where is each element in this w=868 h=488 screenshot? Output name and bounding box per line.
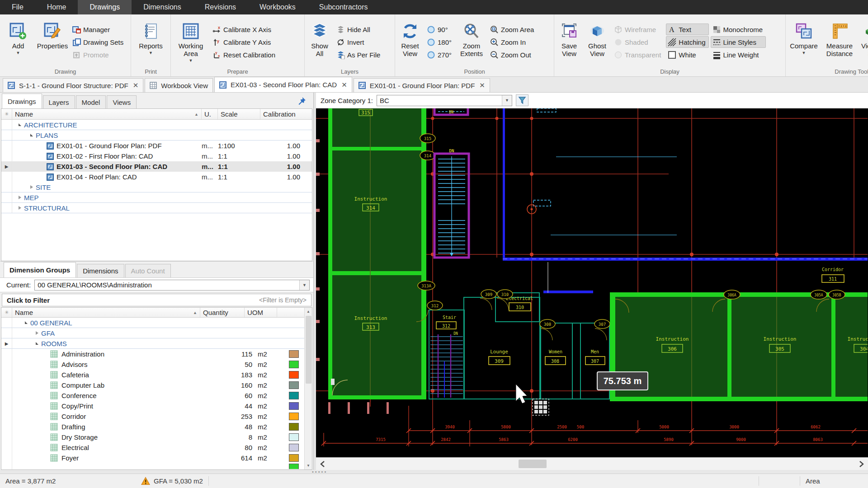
control-column-icon[interactable]: ✳: [1, 308, 12, 317]
combo-caret-icon[interactable]: ▼: [299, 280, 309, 290]
invert-layers-button[interactable]: Invert: [335, 36, 383, 48]
ghost-view-button[interactable]: Ghost View: [584, 19, 610, 66]
tab-dimension-groups[interactable]: Dimension Groups: [4, 262, 76, 277]
color-swatch[interactable]: [289, 381, 299, 389]
wireframe-button[interactable]: Wireframe: [612, 23, 664, 35]
tab-dimensions[interactable]: Dimensions: [77, 264, 124, 277]
collapsed-icon[interactable]: [19, 196, 21, 199]
scroll-thumb[interactable]: [306, 316, 311, 384]
tree-group-structural[interactable]: STRUCTURAL: [1, 203, 312, 213]
close-tab-icon[interactable]: ✕: [479, 81, 485, 89]
zone-room-315[interactable]: [332, 108, 421, 147]
expand-icon[interactable]: [36, 342, 38, 345]
column-quantity[interactable]: Quantity: [200, 308, 245, 317]
color-swatch[interactable]: [289, 433, 299, 441]
collapsed-icon[interactable]: [36, 331, 38, 335]
calibrate-y-button[interactable]: yCalibrate Y Axis: [211, 36, 278, 48]
rotate-270-button[interactable]: 270°: [425, 49, 455, 61]
color-swatch[interactable]: [289, 371, 299, 379]
combo-caret-icon[interactable]: ▼: [502, 95, 512, 106]
close-tab-icon[interactable]: ✕: [341, 81, 347, 89]
zone-filter-button[interactable]: [516, 94, 528, 106]
view-in-3d-button[interactable]: View in 3D: [859, 19, 868, 66]
room-row-computer-lab[interactable]: Computer Lab160m2: [1, 380, 312, 390]
measure-distance-button[interactable]: Measure Distance: [822, 19, 857, 66]
menu-home[interactable]: Home: [35, 0, 78, 14]
scroll-right-icon[interactable]: [855, 458, 868, 470]
rotate-180-button[interactable]: 180°: [425, 36, 455, 48]
color-swatch[interactable]: [289, 392, 299, 399]
add-drawing-button[interactable]: Add ▼: [2, 19, 34, 66]
tab-drawings[interactable]: Drawings: [2, 94, 42, 108]
working-area-button[interactable]: Working Area ▼: [173, 19, 209, 66]
tree-group-mep[interactable]: MEP: [1, 192, 312, 203]
line-styles-toggle-button[interactable]: Line Styles: [711, 36, 766, 48]
compare-button[interactable]: Compare ▼: [788, 19, 820, 66]
doc-tab-ground-floor-structure[interactable]: S-1-1 - Ground Floor Structure: PDF ✕: [3, 78, 143, 92]
room-row-administration[interactable]: Administration115m2: [1, 349, 312, 359]
menu-drawings[interactable]: Drawings: [78, 0, 132, 14]
column-u[interactable]: U.: [202, 109, 218, 119]
room-row-copy-print[interactable]: Copy/Print44m2: [1, 401, 312, 411]
menu-workbooks[interactable]: Workbooks: [248, 0, 307, 14]
reset-view-button[interactable]: Reset View: [397, 19, 423, 66]
manager-button[interactable]: Manager: [71, 23, 127, 35]
hide-all-layers-button[interactable]: Hide All: [335, 23, 383, 35]
scroll-up-icon[interactable]: ▲: [305, 308, 312, 315]
scroll-thumb[interactable]: [519, 460, 547, 468]
tree-group-architecture[interactable]: ARCHITECTURE: [1, 120, 312, 130]
cad-canvas[interactable]: 315 Instruction 314 Instruction 313 315 …: [316, 108, 868, 457]
room-row-corridor[interactable]: Corridor253m2: [1, 411, 312, 422]
color-swatch[interactable]: [289, 361, 299, 368]
monochrome-toggle-button[interactable]: Monochrome: [711, 23, 766, 35]
reports-button[interactable]: Reports ▼: [135, 19, 167, 66]
reset-calibration-button[interactable]: yxReset Calibration: [211, 49, 278, 61]
menu-file[interactable]: File: [0, 0, 35, 14]
zone-room-313[interactable]: [332, 275, 421, 395]
room-row-drafting[interactable]: Drafting48m2: [1, 422, 312, 432]
color-swatch[interactable]: [289, 350, 299, 358]
rooms-vertical-scrollbar[interactable]: ▲ ▼: [304, 308, 312, 469]
color-swatch[interactable]: [289, 444, 299, 451]
doc-tab-ground-floor-plan[interactable]: EX01-01 - Ground Floor Plan: PDF ✕: [354, 78, 490, 92]
doc-tab-second-floor-plan[interactable]: EX01-03 - Second Floor Plan: CAD ✕: [214, 77, 352, 92]
expand-icon[interactable]: [19, 123, 21, 126]
column-calibration[interactable]: Calibration: [260, 109, 312, 119]
column-scale[interactable]: Scale: [218, 109, 260, 119]
room-row-foyer[interactable]: Foyer614m2: [1, 453, 312, 463]
tree-group-plans[interactable]: PLANS: [1, 130, 312, 141]
expand-icon[interactable]: [25, 321, 28, 324]
room-row-advisors[interactable]: Advisors50m2: [1, 359, 312, 370]
zoom-area-button[interactable]: Zoom Area: [488, 23, 537, 35]
rooms-group-gfa[interactable]: GFA: [1, 328, 312, 338]
column-name[interactable]: Name▲: [12, 308, 200, 317]
tab-model[interactable]: Model: [76, 95, 106, 108]
white-toggle-button[interactable]: White: [666, 49, 708, 61]
menu-subcontractors[interactable]: Subcontractors: [307, 0, 380, 14]
column-uom[interactable]: UOM: [245, 308, 277, 317]
tab-auto-count[interactable]: Auto Count: [125, 264, 171, 277]
zoom-extents-button[interactable]: Zoom Extents: [457, 19, 486, 66]
room-row-dry-storage[interactable]: Dry Storage8m2: [1, 432, 312, 442]
promote-button[interactable]: Promote: [71, 49, 127, 61]
hatching-toggle-button[interactable]: Hatching: [666, 36, 708, 48]
room-row-partial[interactable]: [1, 463, 312, 469]
drawing-row-ex01-01[interactable]: EX01-01 - Ground Floor Plan: PDF m... 1:…: [1, 141, 312, 151]
pin-icon[interactable]: [296, 96, 307, 107]
text-toggle-button[interactable]: AText: [666, 23, 708, 35]
filter-bar[interactable]: Click to Filter <Filter is Empty>: [2, 294, 311, 306]
room-lounge-309[interactable]: [464, 297, 540, 399]
collapsed-icon[interactable]: [30, 185, 33, 189]
transparent-button[interactable]: Transparent: [612, 49, 664, 61]
close-tab-icon[interactable]: ✕: [133, 81, 139, 89]
scroll-down-icon[interactable]: ▼: [305, 462, 312, 469]
column-name[interactable]: Name▲: [12, 109, 202, 119]
properties-button[interactable]: Properties: [36, 19, 69, 66]
show-all-layers-button[interactable]: Show All: [307, 19, 333, 66]
rooms-group-rooms[interactable]: ▶ ROOMS: [1, 338, 312, 349]
menu-dimensions[interactable]: Dimensions: [132, 0, 193, 14]
room-row-electrical[interactable]: Electrical80m2: [1, 442, 312, 453]
expand-icon[interactable]: [30, 134, 33, 136]
line-weight-toggle-button[interactable]: Line Weight: [711, 49, 766, 61]
drawing-sets-button[interactable]: Drawing Sets: [71, 36, 127, 48]
